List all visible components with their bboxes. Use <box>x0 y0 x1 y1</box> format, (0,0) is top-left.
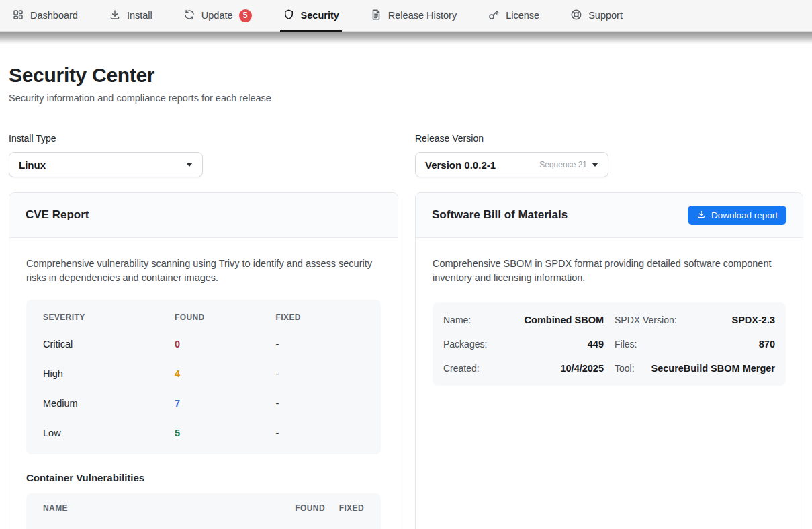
dashboard-icon <box>12 9 24 23</box>
shield-icon <box>283 9 295 23</box>
cve-description: Comprehensive vulnerability scanning usi… <box>26 257 381 285</box>
sbom-card-title: Software Bill of Materials <box>432 208 568 222</box>
report-cards-row: CVE Report Comprehensive vulnerability s… <box>9 192 803 529</box>
nav-item-update[interactable]: Update 5 <box>183 0 252 32</box>
detail-value: SecureBuild SBOM Merger <box>651 363 775 374</box>
update-count-badge: 5 <box>239 9 252 22</box>
document-icon <box>370 9 382 23</box>
fixed-count: - <box>276 339 364 350</box>
install-type-select[interactable]: Linux <box>9 152 203 177</box>
detail-value: 870 <box>759 339 775 350</box>
detail-label: SPDX Version: <box>615 315 677 325</box>
release-sequence-label: Sequence 21 <box>539 160 587 169</box>
container-table-header: NAME FOUND FIXED <box>26 493 381 523</box>
severity-row-low: Low 5 - <box>26 418 381 448</box>
container-vulnerabilities-table: NAME FOUND FIXED <box>26 493 381 529</box>
nav-item-label: Dashboard <box>30 10 78 21</box>
found-count: 5 <box>175 428 276 438</box>
detail-value: SPDX-2.3 <box>732 315 775 325</box>
severity-row-high: High 4 - <box>26 359 381 389</box>
nav-item-install[interactable]: Install <box>109 0 152 32</box>
column-header-found: FOUND <box>273 503 325 513</box>
filters-row: Install Type Linux Release Version Versi… <box>9 133 803 177</box>
install-type-label: Install Type <box>9 133 398 144</box>
lifebuoy-icon <box>570 9 582 23</box>
nav-item-license[interactable]: License <box>488 0 539 32</box>
sbom-card: Software Bill of Materials Download repo… <box>415 192 803 529</box>
cve-card-body: Comprehensive vulnerability scanning usi… <box>9 238 398 529</box>
sbom-details-row: Name: Combined SBOM SPDX Version: SPDX-2… <box>443 308 775 332</box>
sbom-card-header: Software Bill of Materials Download repo… <box>416 193 803 238</box>
install-type-value: Linux <box>19 159 46 171</box>
severity-label: Low <box>43 428 175 438</box>
nav-item-dashboard[interactable]: Dashboard <box>12 0 78 32</box>
security-center-page: Security Center Security information and… <box>0 64 812 529</box>
nav-item-label: Install <box>127 10 152 21</box>
chevron-down-icon <box>592 163 598 167</box>
detail-name: Name: Combined SBOM <box>443 315 604 325</box>
severity-label: Critical <box>43 339 175 350</box>
page-subtitle: Security information and compliance repo… <box>9 93 803 104</box>
detail-label: Tool: <box>615 363 635 374</box>
severity-label: High <box>43 368 175 379</box>
detail-value: 449 <box>588 339 604 350</box>
fixed-count: - <box>276 398 364 409</box>
release-version-field: Release Version Version 0.0.2-1 Sequence… <box>415 133 803 177</box>
severity-row-critical: Critical 0 - <box>26 329 381 359</box>
column-header-fixed: FIXED <box>325 503 364 513</box>
header-shadow-band <box>0 32 812 44</box>
fixed-count: - <box>276 368 364 379</box>
release-version-label: Release Version <box>415 133 803 144</box>
column-header-found: FOUND <box>175 313 276 322</box>
sbom-card-body: Comprehensive SBOM in SPDX format provid… <box>416 238 803 405</box>
found-count: 4 <box>175 368 276 379</box>
severity-label: Medium <box>43 398 175 409</box>
nav-item-label: Release History <box>388 10 457 21</box>
cve-report-card: CVE Report Comprehensive vulnerability s… <box>9 192 398 529</box>
severity-table-header: SEVERITY FOUND FIXED <box>26 305 381 329</box>
sbom-details-row: Packages: 449 Files: 870 <box>443 332 775 356</box>
cve-card-title: CVE Report <box>26 208 89 222</box>
chevron-down-icon <box>186 163 193 167</box>
column-header-fixed: FIXED <box>276 313 364 322</box>
nav-item-label: License <box>506 10 539 21</box>
install-icon <box>109 9 121 23</box>
update-icon <box>183 9 195 23</box>
fixed-count: - <box>276 428 364 438</box>
detail-packages: Packages: 449 <box>443 339 604 350</box>
release-version-meta-wrap: Sequence 21 <box>539 160 598 169</box>
sbom-description: Comprehensive SBOM in SPDX format provid… <box>433 257 786 285</box>
detail-spdx-version: SPDX Version: SPDX-2.3 <box>615 315 775 325</box>
detail-value: 10/4/2025 <box>560 363 604 374</box>
detail-label: Files: <box>615 339 637 350</box>
key-icon <box>488 9 500 23</box>
nav-item-security[interactable]: Security <box>283 0 339 32</box>
download-report-label: Download report <box>711 210 778 220</box>
detail-label: Name: <box>443 315 471 325</box>
nav-item-label: Support <box>588 10 623 21</box>
column-header-severity: SEVERITY <box>43 313 175 322</box>
top-navigation: Dashboard Install Update 5 Security Rele… <box>0 0 812 32</box>
release-version-value: Version 0.0.2-1 <box>425 159 496 171</box>
found-count: 7 <box>175 398 276 409</box>
detail-created: Created: 10/4/2025 <box>443 363 604 374</box>
nav-item-support[interactable]: Support <box>570 0 623 32</box>
severity-table: SEVERITY FOUND FIXED Critical 0 - High 4… <box>26 300 381 454</box>
download-icon <box>696 210 706 221</box>
sbom-details-row: Created: 10/4/2025 Tool: SecureBuild SBO… <box>443 356 775 380</box>
nav-item-label: Security <box>301 10 339 21</box>
severity-row-medium: Medium 7 - <box>26 389 381 418</box>
detail-label: Packages: <box>443 339 487 350</box>
sbom-details-table: Name: Combined SBOM SPDX Version: SPDX-2… <box>433 302 786 386</box>
detail-value: Combined SBOM <box>525 315 604 325</box>
column-header-name: NAME <box>43 503 273 513</box>
page-title: Security Center <box>9 64 803 87</box>
install-type-field: Install Type Linux <box>9 133 398 177</box>
nav-item-label: Update <box>201 10 233 21</box>
release-version-select[interactable]: Version 0.0.2-1 Sequence 21 <box>415 152 608 177</box>
download-report-button[interactable]: Download report <box>688 206 786 225</box>
detail-tool: Tool: SecureBuild SBOM Merger <box>615 363 775 374</box>
nav-item-release-history[interactable]: Release History <box>370 0 457 32</box>
cve-card-header: CVE Report <box>9 193 398 238</box>
found-count: 0 <box>175 339 276 350</box>
